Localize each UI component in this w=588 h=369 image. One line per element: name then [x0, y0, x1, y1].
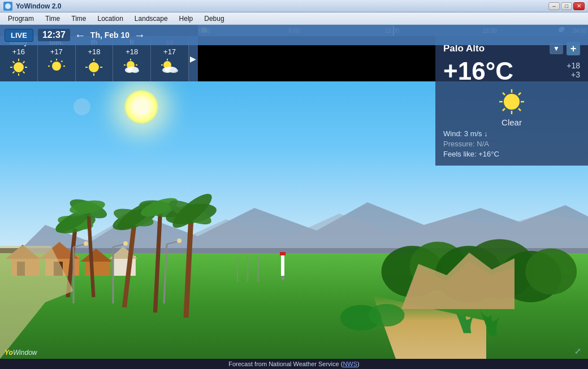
status-text: Forecast from National Weather Service ( — [228, 361, 343, 367]
street-lamps — [57, 236, 226, 303]
status-bar: Forecast from National Weather Service (… — [0, 359, 588, 369]
pressure-detail: Pressure: N/A — [443, 140, 580, 148]
time-display: 12:37 — [38, 29, 70, 41]
weather-panel: Palo Alto ▼ + +16°C +18 +3 — [435, 36, 588, 166]
menu-bar: Program Time Time Location Landscape Hel… — [0, 12, 588, 25]
svg-line-53 — [164, 244, 167, 303]
nav-prev-button[interactable]: ← — [75, 29, 86, 42]
wind-detail: Wind: 3 m/s ↓ — [443, 129, 580, 138]
svg-line-100 — [503, 93, 505, 95]
forecast-icon-tom — [46, 57, 67, 77]
nws-link[interactable]: NWS — [343, 361, 357, 367]
menu-debug[interactable]: Debug — [198, 14, 230, 24]
menu-program[interactable]: Program — [2, 14, 40, 24]
titlebar-left: YoWindow 2.0 — [3, 2, 61, 11]
svg-point-94 — [169, 68, 178, 73]
svg-point-71 — [52, 62, 61, 71]
condition-area: Clear — [443, 87, 580, 127]
main-temperature: +16°C — [443, 59, 513, 84]
temp-high: +18 — [567, 61, 580, 70]
svg-line-48 — [74, 244, 85, 247]
weather-details: Wind: 3 m/s ↓ Pressure: N/A Feels like: … — [443, 129, 580, 158]
title-bar: YoWindow 2.0 – □ ✕ — [0, 0, 588, 12]
minimize-button[interactable]: – — [548, 2, 560, 10]
fullscreen-button[interactable]: ⤢ — [572, 345, 583, 357]
svg-line-75 — [50, 61, 51, 62]
svg-point-95 — [504, 94, 520, 110]
temp-low: +3 — [571, 70, 580, 79]
svg-point-55 — [177, 238, 181, 243]
main-toolbar: LIVE 12:37 ← Th, Feb 10 → — [0, 25, 588, 45]
menu-landscape[interactable]: Landscape — [129, 14, 174, 24]
svg-line-51 — [113, 244, 124, 247]
yowindow-logo: YoWindow — [5, 349, 37, 357]
menu-location[interactable]: Location — [92, 14, 128, 24]
svg-point-40 — [525, 249, 577, 295]
condition-icon — [497, 87, 526, 116]
svg-line-101 — [518, 108, 521, 111]
svg-point-52 — [123, 241, 128, 246]
svg-point-77 — [89, 62, 99, 72]
window-title: YoWindow 2.0 — [16, 2, 61, 10]
svg-line-69 — [23, 62, 24, 63]
live-button[interactable]: LIVE — [5, 29, 33, 42]
app-icon — [3, 2, 12, 11]
window-controls: – □ ✕ — [548, 2, 585, 10]
svg-line-68 — [23, 72, 24, 73]
feels-like-detail: Feels like: +16°C — [443, 150, 580, 158]
forecast-icon-today — [8, 57, 29, 77]
nav-next-button[interactable]: → — [134, 29, 145, 42]
menu-time[interactable]: Time — [40, 14, 66, 24]
svg-line-76 — [61, 61, 62, 62]
temp-area: +16°C +18 +3 — [443, 59, 580, 84]
date-display: Th, Feb 10 — [90, 31, 129, 40]
forecast-icon-fr — [122, 57, 142, 77]
close-button[interactable]: ✕ — [573, 2, 585, 10]
svg-point-49 — [84, 241, 88, 246]
condition-text: Clear — [501, 118, 522, 127]
temp-range: +18 +3 — [567, 59, 580, 79]
forecast-icon-sa — [159, 57, 180, 77]
forecast-icon-th — [84, 57, 104, 77]
svg-line-70 — [12, 72, 14, 73]
svg-line-67 — [12, 62, 14, 63]
menu-help[interactable]: Help — [174, 14, 199, 24]
svg-line-103 — [503, 108, 505, 111]
svg-line-54 — [167, 241, 178, 244]
cliffs — [401, 241, 514, 309]
svg-point-45 — [369, 304, 405, 327]
svg-line-102 — [518, 93, 521, 95]
maximize-button[interactable]: □ — [561, 2, 572, 10]
svg-point-62 — [14, 62, 24, 72]
svg-point-0 — [5, 3, 11, 9]
svg-point-88 — [131, 68, 139, 73]
menu-time2[interactable]: Time — [66, 14, 92, 24]
